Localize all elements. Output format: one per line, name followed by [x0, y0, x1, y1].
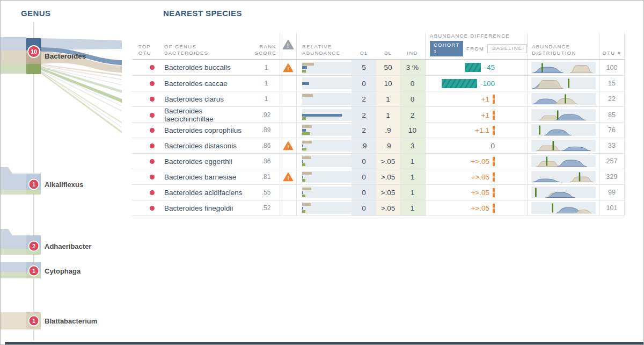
- species-name[interactable]: Bacteroides faecichinchillae: [162, 107, 253, 123]
- relative-bar-green: [302, 210, 305, 213]
- bl-value: >.05: [376, 169, 400, 184]
- genus-count-badge[interactable]: 1: [28, 315, 40, 327]
- difference-value: +1.1: [475, 126, 489, 134]
- c1-value: 0: [352, 200, 376, 215]
- relative-bar-tan: [302, 188, 311, 190]
- c1-value: 0: [352, 185, 376, 200]
- abundance-distribution-cell: [527, 138, 599, 153]
- species-name[interactable]: Bacteroides eggerthii: [162, 154, 253, 169]
- difference-bar-positive: [493, 172, 495, 182]
- rank-score: 1: [253, 91, 280, 106]
- difference-bar-positive: [493, 204, 495, 213]
- warning-cell: [280, 107, 297, 123]
- abundance-difference-cell: +1: [425, 91, 527, 106]
- species-name[interactable]: Bacteroides caccae: [162, 76, 253, 91]
- otu-count: 101: [599, 200, 625, 215]
- species-name[interactable]: Bacteroides clarus: [162, 91, 253, 106]
- abundance-distribution-cell: [527, 200, 599, 215]
- bl-value: >.05: [376, 200, 400, 215]
- distribution-chart: [531, 155, 596, 167]
- top-otu-dot: [150, 175, 155, 179]
- otu-count: 257: [599, 154, 625, 169]
- ind-value: 2: [400, 107, 425, 123]
- warning-icon: !: [283, 172, 294, 182]
- top-otu-dot: [150, 206, 155, 211]
- ind-value: 1: [400, 185, 425, 200]
- top-otu-dot: [150, 143, 155, 148]
- distribution-chart: [531, 77, 596, 89]
- baseline-chip[interactable]: BASELINE: [487, 44, 527, 53]
- ind-value: 1: [400, 200, 425, 215]
- c1-value: 0: [352, 76, 376, 91]
- abundance-difference-cell: +1.1: [425, 123, 527, 138]
- relative-abundance-cell: [297, 169, 352, 184]
- distribution-chart: [531, 186, 596, 198]
- bl-value: 1: [376, 107, 400, 123]
- genus-count-badge[interactable]: 1: [28, 179, 40, 190]
- species-name[interactable]: Bacteroides finegoldii: [162, 200, 253, 215]
- ind-value: 0: [400, 76, 425, 91]
- distribution-chart: [531, 124, 596, 136]
- warning-cell: !: [280, 60, 297, 75]
- table-row[interactable]: Bacteroides distasonis .86 ! .9 .9 3 0 3…: [132, 138, 625, 153]
- bl-value: >.05: [376, 154, 400, 169]
- cohort-1-chip[interactable]: COHORT 1: [430, 41, 463, 56]
- species-name[interactable]: Bacteroides barnesiae: [162, 169, 253, 184]
- relative-bar-blue: [302, 129, 306, 132]
- relative-bar-green: [302, 70, 306, 73]
- relative-bar-green: [302, 117, 306, 120]
- warning-cell: [280, 76, 297, 91]
- top-otu-dot: [150, 159, 155, 164]
- table-row[interactable]: Bacteroides coprophilus .89 2 .9 10 +1.1…: [132, 122, 625, 138]
- col-header-bl: BL: [376, 33, 400, 59]
- top-otu-dot: [150, 65, 155, 70]
- c1-value: .9: [352, 138, 376, 153]
- table-row[interactable]: Bacteroides eggerthii .86 0 >.05 1 +>.05…: [132, 153, 625, 169]
- difference-bar-positive: [493, 111, 495, 120]
- relative-bar-tan: [302, 172, 312, 175]
- relative-bar-green: [302, 195, 305, 197]
- warning-icon: !: [283, 141, 294, 150]
- relative-bar-blue: [302, 66, 307, 69]
- table-row[interactable]: Bacteroides faecichinchillae .92 2 1 2 +…: [132, 106, 625, 122]
- table-row[interactable]: Bacteroides barnesiae .81 ! 0 >.05 1 +>.…: [132, 169, 625, 184]
- table-row[interactable]: Bacteroides acidifaciens .55 0 >.05 1 +>…: [132, 184, 625, 200]
- bl-value: 10: [376, 76, 400, 91]
- col-header-of-genus: OF GENUSBACTEROIDES: [162, 33, 253, 59]
- table-row[interactable]: Bacteroides clarus 1 2 1 0 +1 22: [132, 91, 625, 106]
- otu-count: 100: [599, 60, 625, 75]
- col-header-ind: IND: [400, 33, 425, 59]
- bottom-accent-bar: [5, 342, 643, 344]
- nearest-species-table: TOPOTU OF GENUSBACTEROIDES RANKSCORE ! R…: [132, 33, 625, 216]
- rank-score: .55: [253, 185, 280, 200]
- species-name[interactable]: Bacteroides distasonis: [162, 138, 253, 153]
- abundance-difference-cell: +>.05: [425, 200, 527, 215]
- species-name[interactable]: Bacteroides acidifaciens: [162, 185, 253, 200]
- relative-bar-blue: [302, 114, 342, 117]
- genus-label[interactable]: Alkaliflexus: [45, 181, 83, 189]
- table-row[interactable]: Bacteroides caccae 1 0 10 0 -100 15: [132, 75, 625, 91]
- table-row[interactable]: Bacteroides buccalis 1 ! 5 50 3 % -45 10…: [132, 60, 625, 75]
- genus-label[interactable]: Adhaeribacter: [45, 242, 91, 250]
- genus-label[interactable]: Cytophaga: [45, 267, 80, 275]
- genus-count-badge[interactable]: 1: [28, 265, 40, 277]
- rank-score: .86: [253, 154, 280, 169]
- relative-abundance-cell: [297, 200, 352, 215]
- species-name[interactable]: Bacteroides coprophilus: [162, 123, 253, 138]
- c1-value: 2: [352, 107, 376, 123]
- col-header-abundance-difference: ABUNDANCE DIFFERENCE COHORT 1 FROM BASEL…: [425, 33, 527, 59]
- difference-bar-positive: [493, 126, 495, 135]
- genus-count-badge[interactable]: 2: [28, 241, 40, 252]
- warning-cell: !: [280, 169, 297, 184]
- abundance-distribution-cell: [527, 123, 599, 138]
- difference-value: 0: [491, 142, 495, 150]
- relative-abundance-cell: [297, 60, 352, 75]
- table-row[interactable]: Bacteroides finegoldii .52 0 >.05 1 +>.0…: [132, 200, 625, 215]
- species-name[interactable]: Bacteroides buccalis: [162, 60, 253, 75]
- col-header-abundance-distribution: ABUNDANCEDISTRIBUTION: [527, 33, 599, 59]
- bl-value: .9: [376, 138, 400, 153]
- difference-bar-negative: [465, 63, 481, 72]
- genus-label[interactable]: Blattabacterium: [45, 317, 97, 325]
- genus-label[interactable]: Bacteroides: [45, 52, 86, 60]
- genus-count-badge[interactable]: 10: [27, 45, 40, 58]
